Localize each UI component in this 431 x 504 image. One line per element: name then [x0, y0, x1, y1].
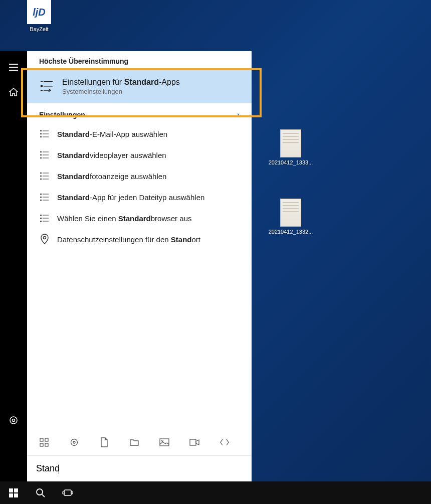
svg-rect-38	[40, 221, 42, 222]
svg-point-46	[73, 441, 75, 443]
settings-list-icon	[39, 192, 50, 203]
svg-rect-41	[40, 438, 43, 441]
svg-rect-17	[43, 152, 49, 152]
svg-rect-53	[14, 493, 18, 497]
search-result-item[interactable]: Standard-E-Mail-App auswählen	[27, 123, 252, 144]
settings-group-header[interactable]: Einstellungen ›	[27, 103, 252, 123]
svg-rect-16	[40, 151, 42, 152]
svg-rect-13	[43, 134, 49, 134]
svg-point-40	[44, 237, 46, 239]
svg-rect-31	[43, 197, 49, 198]
hamburger-button[interactable]	[0, 56, 27, 78]
svg-rect-30	[40, 197, 42, 198]
svg-rect-19	[43, 155, 49, 155]
result-text: Standard-App für jeden Dateityp auswähle…	[57, 193, 204, 202]
svg-point-54	[37, 489, 43, 495]
search-result-item[interactable]: Standard-App für jeden Dateityp auswähle…	[27, 187, 252, 208]
start-button[interactable]	[0, 481, 27, 504]
gear-icon	[9, 415, 19, 425]
home-icon	[9, 87, 19, 97]
svg-point-48	[162, 440, 163, 442]
filter-photos[interactable]	[155, 433, 173, 451]
home-button[interactable]	[0, 81, 27, 103]
svg-rect-11	[43, 131, 49, 131]
svg-rect-50	[9, 488, 13, 492]
svg-rect-32	[40, 200, 42, 201]
settings-list-icon	[38, 77, 56, 95]
svg-rect-42	[45, 438, 48, 441]
svg-rect-25	[43, 176, 49, 177]
start-sidebar	[0, 51, 27, 481]
settings-list-icon	[39, 171, 50, 182]
svg-point-45	[71, 439, 78, 446]
svg-rect-24	[40, 176, 42, 177]
file-icon	[280, 129, 301, 157]
svg-rect-9	[41, 90, 43, 91]
svg-rect-58	[71, 491, 73, 494]
windows-icon	[9, 488, 18, 497]
svg-rect-51	[14, 488, 18, 492]
svg-rect-35	[43, 215, 49, 216]
svg-rect-22	[40, 173, 42, 174]
desktop-icon-file-1[interactable]: 20210412_1333...	[266, 129, 316, 165]
task-view-button[interactable]	[54, 481, 81, 504]
file-icon	[280, 199, 301, 227]
search-panel: Höchste Übereinstimmung Einstellungen fü…	[27, 51, 252, 481]
results-list: Standard-E-Mail-App auswählenStandardvid…	[27, 123, 252, 250]
best-match-result[interactable]: Einstellungen für Standard-Apps Systemei…	[27, 69, 252, 103]
taskbar-search-button[interactable]	[27, 481, 54, 504]
svg-rect-7	[41, 85, 43, 87]
task-view-icon	[62, 488, 73, 497]
svg-rect-0	[9, 64, 18, 65]
svg-rect-18	[40, 154, 42, 155]
filter-row	[27, 429, 252, 455]
svg-rect-14	[40, 136, 42, 137]
settings-button[interactable]	[0, 409, 27, 431]
desktop-icon-bayzeit[interactable]: ljD BayZeit	[20, 0, 58, 32]
svg-point-4	[13, 419, 15, 422]
svg-line-55	[42, 494, 45, 497]
desktop-icon-label: BayZeit	[20, 26, 58, 32]
svg-rect-21	[43, 158, 49, 158]
folder-icon	[130, 438, 139, 446]
filter-videos[interactable]	[185, 433, 203, 451]
search-result-item[interactable]: Wählen Sie einen Standardbrowser aus	[27, 208, 252, 229]
svg-rect-36	[40, 218, 42, 219]
svg-rect-10	[40, 130, 42, 131]
svg-rect-52	[9, 493, 13, 497]
svg-rect-27	[43, 179, 49, 180]
svg-rect-20	[40, 157, 42, 158]
hamburger-icon	[9, 64, 18, 71]
search-input-row[interactable]: Stand	[27, 455, 252, 481]
desktop-icon-label: 20210412_1332...	[266, 229, 316, 235]
svg-rect-23	[43, 173, 49, 174]
search-result-item[interactable]: Standardfotoanzeige auswählen	[27, 165, 252, 187]
search-result-item[interactable]: Datenschutzeinstellungen für den Standor…	[27, 229, 252, 250]
filter-folders[interactable]	[125, 433, 143, 451]
svg-rect-57	[63, 491, 64, 494]
text-cursor	[59, 464, 59, 474]
filter-documents[interactable]	[95, 433, 113, 451]
svg-rect-43	[40, 443, 43, 446]
app-icon: ljD	[27, 0, 51, 24]
apps-icon	[40, 438, 49, 447]
video-icon	[189, 439, 199, 446]
settings-list-icon	[39, 128, 50, 139]
chevron-right-icon: ›	[237, 110, 240, 119]
svg-rect-37	[43, 218, 49, 219]
desktop-icon-file-2[interactable]: 20210412_1332...	[266, 199, 316, 235]
svg-rect-28	[40, 194, 42, 195]
svg-rect-47	[160, 439, 169, 446]
svg-rect-12	[40, 133, 42, 134]
svg-rect-5	[41, 81, 43, 82]
filter-more[interactable]	[216, 433, 234, 451]
result-text: Standardfotoanzeige auswählen	[57, 172, 166, 181]
taskbar	[0, 481, 431, 504]
svg-rect-29	[43, 194, 49, 195]
filter-apps[interactable]	[35, 433, 53, 451]
app-logo-text: ljD	[33, 7, 46, 18]
search-result-item[interactable]: Standardvideoplayer auswählen	[27, 144, 252, 165]
more-icon	[220, 438, 230, 446]
desktop-icon-label: 20210412_1333...	[266, 159, 316, 165]
filter-settings[interactable]	[65, 433, 83, 451]
